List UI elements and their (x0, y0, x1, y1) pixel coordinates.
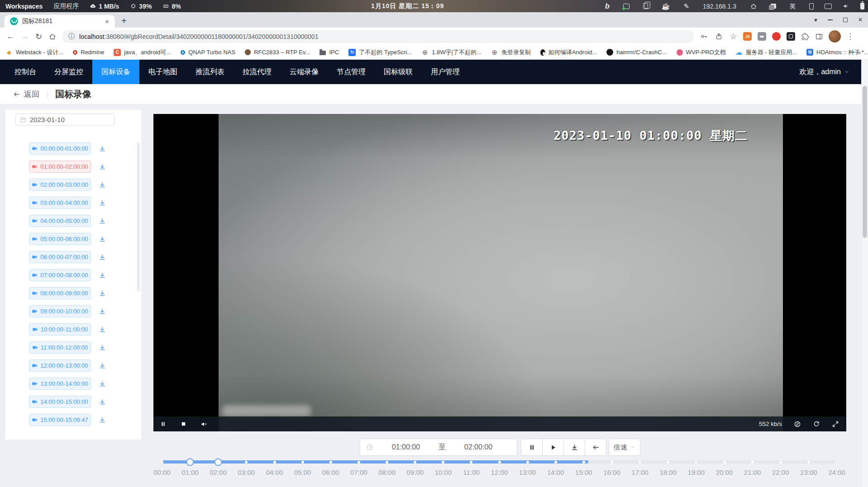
side-panel-icon[interactable] (815, 33, 823, 41)
bookmarks-overflow-chevron[interactable]: » (857, 48, 861, 56)
user-menu[interactable]: 欢迎，admin (799, 67, 849, 77)
playback-speed-button[interactable]: 倍速 (609, 439, 640, 456)
start-time-field[interactable]: 01:00:00 (373, 443, 439, 451)
bing-tray-icon[interactable]: b (605, 2, 610, 10)
input-language-indicator[interactable]: 英 (790, 2, 796, 10)
segment-play-button[interactable]: 05:00:00-06:00:00 (29, 233, 91, 245)
bookmark-item[interactable]: Webstack - 设计... (5, 48, 63, 57)
timeline-handle-end[interactable] (215, 458, 222, 466)
segment-download-icon[interactable] (99, 344, 106, 351)
segment-download-icon[interactable] (99, 308, 106, 315)
segment-play-button[interactable]: 00:00:00-01:00:00 (29, 142, 91, 155)
download-button[interactable] (563, 439, 585, 456)
time-range-picker[interactable]: 01:00:00 至 02:00:00 (360, 439, 517, 456)
address-bar[interactable]: ⓘ localhost:38080/#/gbRecordDetail/34020… (62, 30, 694, 43)
nav-menu-item[interactable]: 云端录像 (281, 60, 328, 84)
window-switcher-icon[interactable] (771, 4, 776, 9)
nav-menu-item[interactable]: 拉流代理 (234, 60, 281, 84)
page-scrollbar[interactable] (861, 60, 868, 487)
bookmark-item[interactable]: 服务器 - 轻量应用... (735, 48, 797, 57)
password-key-icon[interactable] (700, 33, 708, 40)
workspaces-button[interactable]: Workspaces (5, 3, 43, 10)
bookmark-item[interactable]: IPC (320, 49, 339, 56)
segment-play-button[interactable]: 08:00:00-09:00:00 (29, 287, 91, 299)
end-time-field[interactable]: 02:00:00 (446, 443, 511, 451)
segment-play-button[interactable]: 15:00:00-15:09:47 (29, 414, 91, 426)
volume-tray-icon[interactable] (843, 3, 849, 9)
video-player[interactable]: 2023-01-10 01:00:00 星期二 552 kb/s (153, 114, 846, 431)
stop-icon[interactable] (180, 421, 187, 427)
browser-tab[interactable]: 国标28181 × (5, 15, 115, 28)
display-tray-icon[interactable] (825, 4, 832, 9)
extensions-puzzle-icon[interactable] (801, 33, 809, 41)
segment-play-button[interactable]: 07:00:00-08:00:00 (29, 269, 91, 281)
tab-list-chevron-icon[interactable]: ▾ (814, 16, 817, 24)
bookmark-item[interactable]: Redmine (73, 49, 104, 56)
clipboard-tray-icon[interactable] (643, 3, 648, 9)
timeline-track[interactable] (162, 460, 837, 463)
window-minimize-button[interactable] (828, 19, 833, 20)
nav-menu-item[interactable]: 电子地图 (139, 60, 186, 84)
segment-download-icon[interactable] (99, 217, 106, 225)
segment-download-icon[interactable] (99, 254, 106, 261)
site-info-icon[interactable]: ⓘ (68, 33, 75, 41)
close-tab-icon[interactable]: × (104, 18, 110, 25)
segment-download-icon[interactable] (99, 236, 106, 243)
segment-download-icon[interactable] (99, 326, 106, 333)
js-extension-icon[interactable]: JS (743, 32, 752, 41)
mute-speaker-icon[interactable] (200, 421, 208, 428)
caffeine-tray-icon[interactable]: ☕ (662, 2, 670, 10)
profile-avatar[interactable] (829, 30, 841, 43)
segment-play-button[interactable]: 11:00:00-12:00:00 (29, 341, 91, 354)
browser-home-button[interactable] (48, 33, 57, 41)
share-icon[interactable] (715, 33, 723, 40)
bookmark-item[interactable]: RFC2833 – RTP Ev... (245, 49, 310, 56)
nav-menu-item[interactable]: 节点管理 (328, 60, 375, 84)
refresh-icon[interactable] (813, 421, 820, 428)
bookmark-item[interactable]: hairrrrr/C-CrashC... (606, 49, 667, 56)
segment-play-button[interactable]: 14:00:00-15:00:00 (29, 396, 91, 408)
fullscreen-icon[interactable] (832, 421, 839, 428)
bookmark-item[interactable]: java、android可... (114, 48, 171, 57)
sidebar-scrollbar[interactable] (137, 142, 140, 292)
segment-download-icon[interactable] (99, 416, 106, 424)
home-tray-icon[interactable] (750, 3, 757, 10)
applications-menu[interactable]: 应用程序 (53, 2, 79, 10)
segment-download-icon[interactable] (99, 181, 106, 189)
bookmark-item[interactable]: 免登录复制 (491, 48, 531, 57)
new-tab-button[interactable]: + (121, 14, 127, 27)
back-link[interactable]: 返回 (13, 89, 39, 99)
segment-download-icon[interactable] (99, 380, 106, 388)
nav-menu-item[interactable]: 控制台 (5, 60, 45, 84)
segment-play-button[interactable]: 03:00:00-04:00:00 (29, 197, 91, 209)
play-button[interactable] (542, 439, 564, 456)
pause-button[interactable] (521, 439, 543, 456)
red-extension-icon[interactable] (772, 32, 781, 41)
dark-extension-icon[interactable] (787, 32, 795, 41)
browser-reload-button[interactable]: ↻ (35, 32, 42, 42)
bookmark-item[interactable]: 了不起的 TypeScri... (348, 48, 412, 57)
bookmark-item[interactable]: WVP-PRO文档 (677, 48, 726, 57)
bookmark-item[interactable]: QNAP Turbo NAS (181, 49, 235, 56)
snapshot-aperture-icon[interactable] (794, 421, 801, 428)
tablet-tray-icon[interactable] (809, 3, 814, 9)
segment-download-icon[interactable] (99, 290, 106, 297)
nav-menu-item[interactable]: 国标设备 (92, 60, 139, 84)
segment-play-button[interactable]: 06:00:00-07:00:00 (29, 251, 91, 263)
nav-menu-item[interactable]: 国标级联 (375, 60, 422, 84)
segment-play-button[interactable]: 09:00:00-10:00:00 (29, 305, 91, 317)
segment-play-button[interactable]: 12:00:00-13:00:00 (29, 359, 91, 372)
pen-tray-icon[interactable]: ✎ (683, 2, 689, 10)
page-scrollbar-thumb[interactable] (863, 86, 867, 238)
bookmark-item[interactable]: 如何编译Android... (540, 48, 597, 57)
segment-play-button[interactable]: 02:00:00-03:00:00 (29, 179, 91, 191)
segment-download-icon[interactable] (99, 398, 106, 406)
segment-play-button[interactable]: 01:00:00-02:00:00 (29, 161, 91, 173)
clock-indicator[interactable]: 1月10日 星期二 15︰09 (371, 2, 444, 10)
timeline-handle-start[interactable] (186, 458, 194, 466)
nav-menu-item[interactable]: 分屏监控 (45, 60, 92, 84)
browser-menu-icon[interactable]: ⋮ (846, 32, 854, 41)
window-close-button[interactable]: × (858, 15, 863, 24)
gray-extension-icon[interactable] (758, 32, 766, 41)
segment-download-icon[interactable] (99, 199, 106, 207)
